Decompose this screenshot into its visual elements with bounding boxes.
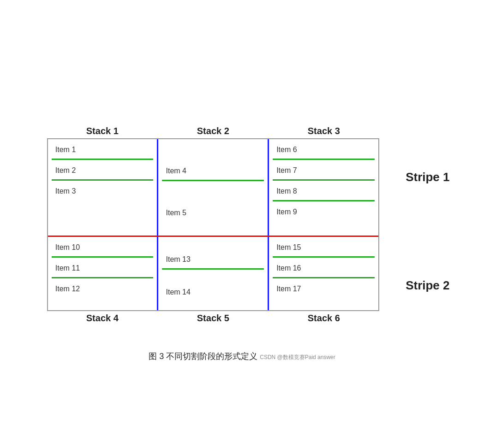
grid-box: Item 1 Item 2 Item 3 Item 4 Item 5 [47,138,379,311]
list-item: Item 10 [48,237,157,256]
caption-source: CSDN @数模竞赛Paid answer [260,354,335,360]
stack-header-1: Stack 1 [47,126,158,136]
stripe1-stack3: Item 6 Item 7 Item 8 Item 9 [269,139,378,236]
stripe-1: Item 1 Item 2 Item 3 Item 4 Item 5 [48,139,378,236]
stripe2-stack3: Item 15 Item 16 Item 17 [269,237,378,310]
list-item: Item 2 [48,160,157,179]
list-item: Item 11 [48,258,157,277]
list-item: Item 3 [48,181,157,200]
list-item: Item 9 [269,201,378,221]
stack-footer-4: Stack 4 [47,313,158,324]
list-item: Item 4 [158,139,268,180]
stripe-labels: Stripe 1 Stripe 2 [392,109,449,340]
list-item: Item 16 [269,258,378,277]
stripe2-stack2: Item 13 Item 14 [158,237,268,310]
stack-footer-5: Stack 5 [158,313,269,324]
stripe2-stack1: Item 10 Item 11 Item 12 [48,237,157,310]
stack-header-3: Stack 3 [269,126,379,136]
list-item: Item 13 [158,237,268,268]
list-item: Item 14 [158,270,268,310]
list-item: Item 8 [269,181,378,200]
list-item: Item 5 [158,181,268,236]
stack-bottom-footers: Stack 4 Stack 5 Stack 6 [47,313,379,324]
stripe-2: Item 10 Item 11 Item 12 Item 13 Item 14 [48,237,378,310]
stack-footer-6: Stack 6 [269,313,379,324]
stack-header-2: Stack 2 [158,126,269,136]
main-diagram: Stack 1 Stack 2 Stack 3 Item 1 Item 2 It… [35,126,392,324]
list-item: Item 12 [48,278,157,298]
stripe-2-label: Stripe 2 [406,278,449,293]
stripe1-stack2: Item 4 Item 5 [158,139,268,236]
list-item: Item 6 [269,139,378,159]
page-container: Stack 1 Stack 2 Stack 3 Item 1 Item 2 It… [0,9,484,448]
stripe1-stack1: Item 1 Item 2 Item 3 [48,139,157,236]
stripe-1-label: Stripe 1 [406,170,449,184]
stack-top-headers: Stack 1 Stack 2 Stack 3 [47,126,379,136]
list-item: Item 7 [269,160,378,179]
list-item: Item 15 [269,237,378,256]
figure-caption: 图 3 不同切割阶段的形式定义 CSDN @数模竞赛Paid answer [149,351,335,362]
caption-text: 图 3 不同切割阶段的形式定义 [149,352,257,361]
diagram-area: Stack 1 Stack 2 Stack 3 Item 1 Item 2 It… [35,109,450,340]
list-item: Item 1 [48,139,157,159]
list-item: Item 17 [269,278,378,298]
